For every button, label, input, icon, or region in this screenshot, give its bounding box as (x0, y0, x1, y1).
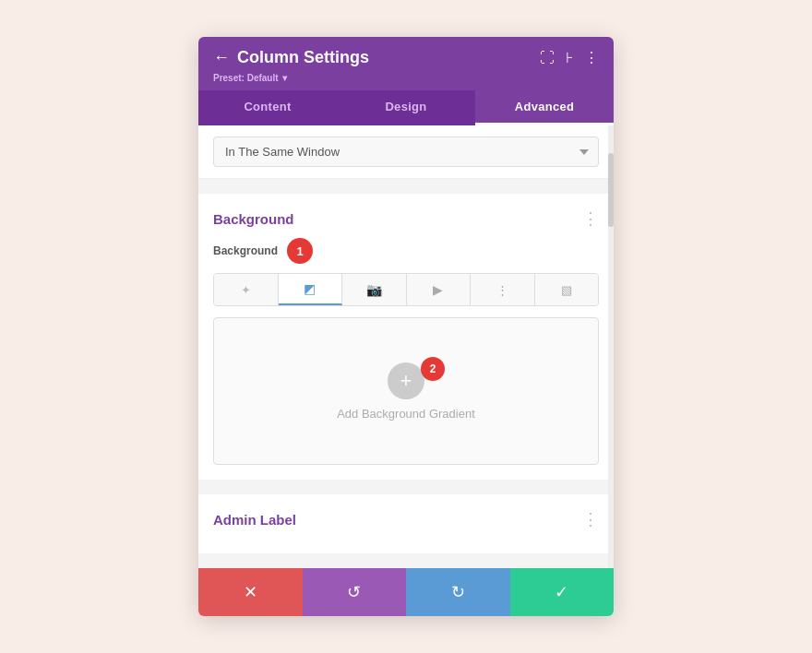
background-menu-icon[interactable]: ⋮ (582, 208, 599, 229)
gradient-icon: ◩ (304, 281, 316, 296)
scrollbar-thumb[interactable] (608, 153, 614, 227)
redo-icon: ↻ (451, 582, 465, 602)
pattern-icon: ⋮ (496, 283, 508, 297)
panel-body: In The Same Window In A New Tab Backgrou… (198, 125, 614, 568)
bg-label-row: Background 1 (213, 238, 599, 264)
column-settings-panel: ← Column Settings ⛶ ⊦ ⋮ Preset: Default … (198, 37, 614, 616)
preset-arrow: ▾ (282, 73, 287, 83)
more-icon[interactable]: ⋮ (584, 49, 599, 66)
admin-label-section: Admin Label ⋮ (198, 494, 614, 553)
cancel-button[interactable]: ✕ (198, 568, 303, 616)
admin-label-title: Admin Label (213, 512, 296, 528)
tab-content[interactable]: Content (198, 90, 337, 125)
none-icon: ✦ (241, 283, 251, 297)
image-icon: 📷 (366, 282, 382, 297)
bg-type-pattern[interactable]: ⋮ (471, 274, 535, 305)
redo-button[interactable]: ↻ (406, 568, 510, 616)
header-icons: ⛶ ⊦ ⋮ (540, 49, 599, 66)
back-icon[interactable]: ← (213, 48, 230, 67)
bg-type-image[interactable]: 📷 (342, 274, 407, 305)
admin-section-header: Admin Label ⋮ (213, 494, 599, 539)
tab-advanced[interactable]: Advanced (475, 90, 614, 125)
bg-label-text: Background (213, 244, 278, 257)
undo-icon: ↺ (347, 582, 361, 602)
mask-icon: ▧ (561, 283, 572, 297)
header-top-row: ← Column Settings ⛶ ⊦ ⋮ (213, 48, 599, 67)
panel-footer: ✕ ↺ ↻ ✓ (198, 568, 614, 616)
step-2-badge: 2 (421, 357, 445, 381)
preset-label: Preset: Default (213, 73, 279, 83)
undo-button[interactable]: ↺ (303, 568, 407, 616)
panel-title: Column Settings (237, 48, 369, 67)
bg-type-mask[interactable]: ▧ (535, 274, 599, 305)
window-select[interactable]: In The Same Window In A New Tab (213, 137, 599, 167)
select-row: In The Same Window In A New Tab (198, 125, 614, 179)
background-section-header: Background ⋮ (213, 194, 599, 238)
title-row: ← Column Settings (213, 48, 369, 67)
panel-header: ← Column Settings ⛶ ⊦ ⋮ Preset: Default … (198, 37, 614, 90)
background-section: Background ⋮ Background 1 ✦ ◩ 📷 (198, 194, 614, 480)
background-title: Background (213, 211, 294, 227)
save-icon: ✓ (555, 582, 568, 602)
scrollbar[interactable] (608, 125, 614, 568)
preset-row[interactable]: Preset: Default ▾ (213, 73, 599, 90)
expand-icon[interactable]: ⛶ (540, 50, 555, 66)
step-1-badge: 1 (287, 238, 313, 264)
bg-type-icon-tabs: ✦ ◩ 📷 ▶ ⋮ ▧ (213, 273, 599, 306)
tab-design[interactable]: Design (337, 90, 475, 125)
plus-icon: + (400, 369, 412, 393)
add-gradient-button[interactable]: + 2 (388, 362, 424, 399)
cancel-icon: ✕ (244, 582, 257, 602)
tab-bar: Content Design Advanced (198, 90, 614, 125)
admin-menu-icon[interactable]: ⋮ (582, 509, 599, 529)
bg-type-gradient[interactable]: ◩ (279, 274, 343, 305)
bg-type-video[interactable]: ▶ (407, 274, 472, 305)
save-button[interactable]: ✓ (510, 568, 615, 616)
gradient-label: Add Background Gradient (337, 407, 475, 421)
gradient-area: + 2 Add Background Gradient (213, 317, 599, 465)
bg-type-none[interactable]: ✦ (214, 274, 279, 305)
columns-icon[interactable]: ⊦ (566, 49, 573, 66)
video-icon: ▶ (433, 282, 443, 297)
